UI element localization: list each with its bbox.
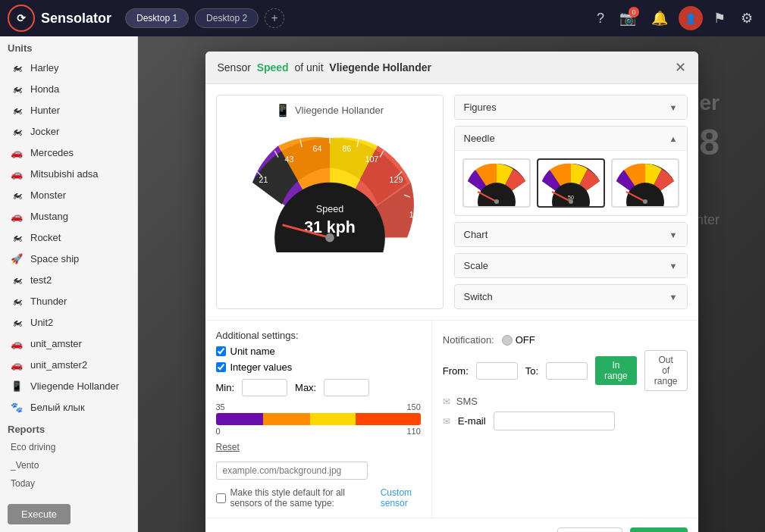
- additional-settings-section: Additional settings: Unit name Integer v…: [205, 321, 432, 518]
- sidebar-item-honda[interactable]: 🏍 Honda: [0, 78, 137, 99]
- rocket-icon: 🏍: [9, 231, 24, 243]
- modal-overlay: Sensor Speed of unit Vliegende Hollander…: [138, 36, 765, 532]
- tab-desktop1[interactable]: Desktop 1: [125, 8, 189, 28]
- jocker-icon: 🏍: [9, 125, 24, 137]
- sidebar-item-rocket[interactable]: 🏍 Rocket: [0, 227, 137, 248]
- execute-button[interactable]: Execute: [8, 504, 71, 524]
- sidebar-item-thunder[interactable]: 🏍 Thunder: [0, 290, 137, 311]
- default-style-text: Make this style default for all sensors …: [230, 487, 376, 509]
- min-input[interactable]: 0: [242, 379, 287, 396]
- integer-values-checkbox[interactable]: [216, 362, 226, 372]
- sidebar-report-vento[interactable]: _Vento: [0, 456, 137, 474]
- tab-add-button[interactable]: +: [265, 8, 284, 28]
- minmax-row: Min: 0 Max: 150: [216, 379, 421, 396]
- sidebar-item-label: Vliegende Hollander: [30, 380, 119, 392]
- sidebar-item-label: Jocker: [30, 126, 59, 137]
- svg-text:50: 50: [663, 196, 668, 200]
- from-input[interactable]: 60: [476, 362, 518, 380]
- to-input[interactable]: 150: [546, 362, 588, 380]
- sidebar-item-mercedes[interactable]: 🚗 Mercedes: [0, 142, 137, 163]
- sidebar-report-today[interactable]: Today: [0, 474, 137, 493]
- sidebar-item-vliegende[interactable]: 📱 Vliegende Hollander: [0, 375, 137, 396]
- modal-title-unit: Vliegende Hollander: [329, 61, 431, 74]
- user-avatar[interactable]: 👤: [679, 6, 703, 30]
- sidebar-item-unit-amster[interactable]: 🚗 unit_amster: [0, 333, 137, 354]
- settings-icon[interactable]: ⚙: [736, 10, 757, 27]
- background-input[interactable]: [216, 462, 368, 480]
- sidebar-item-harley[interactable]: 🏍 Harley: [0, 57, 137, 78]
- to-label: To:: [525, 365, 538, 377]
- svg-text:107: 107: [365, 155, 378, 164]
- unit2-icon: 🏍: [9, 316, 24, 328]
- email-label: E-mail: [458, 415, 486, 427]
- sidebar-item-mustang[interactable]: 🚗 Mustang: [0, 205, 137, 227]
- color-bar-labels: 0 110: [216, 427, 421, 436]
- tab-desktop2[interactable]: Desktop 2: [195, 8, 259, 28]
- switch-header[interactable]: Switch ▼: [455, 285, 687, 308]
- notification-toggle[interactable]: OFF: [502, 334, 535, 346]
- from-to-row: From: 60 To: 150 In range Out of range: [443, 350, 688, 391]
- sidebar-item-beliy[interactable]: 🐾 Белый клык: [0, 396, 137, 418]
- sidebar-item-mitsubishi[interactable]: 🚗 Mitsubishi adsa: [0, 163, 137, 184]
- sms-icon: ✉: [443, 396, 450, 407]
- monster-icon: 🏍: [9, 189, 24, 201]
- out-of-range-button[interactable]: Out of range: [644, 350, 688, 391]
- integer-values-row: Integer values: [216, 361, 421, 373]
- svg-text:0: 0: [243, 210, 247, 219]
- default-style-checkbox[interactable]: [216, 493, 226, 503]
- logo-icon: ⟳: [8, 5, 35, 32]
- needle-thumb-3[interactable]: 50: [611, 158, 679, 208]
- modal-close-button[interactable]: ✕: [675, 59, 686, 76]
- sidebar-report-eco[interactable]: Eco driving: [0, 438, 137, 456]
- needle-thumb-1[interactable]: [462, 158, 531, 208]
- sidebar-item-unit-amster2[interactable]: 🚗 unit_amster2: [0, 354, 137, 375]
- chart-label: Chart: [464, 229, 488, 240]
- cancel-button[interactable]: Cancel: [557, 527, 622, 532]
- camera-icon[interactable]: 📷 0: [615, 10, 641, 27]
- bar-label-0: 0: [216, 427, 221, 436]
- integer-values-label[interactable]: Integer values: [216, 361, 293, 373]
- help-icon[interactable]: ?: [592, 11, 609, 27]
- switch-label: Switch: [464, 291, 493, 302]
- chart-chevron-icon: ▼: [669, 230, 678, 239]
- unit-name-label[interactable]: Unit name: [216, 346, 275, 357]
- sidebar-item-hunter[interactable]: 🏍 Hunter: [0, 99, 137, 120]
- flag-icon: ⚑: [709, 10, 730, 27]
- unit-amster2-icon: 🚗: [9, 358, 24, 371]
- max-input[interactable]: 150: [324, 379, 369, 396]
- sidebar-item-spaceship[interactable]: 🚀 Space ship: [0, 248, 137, 269]
- needle-chevron-icon: ▲: [669, 134, 678, 143]
- sidebar-item-label: Mercedes: [30, 147, 74, 158]
- gauge-phone-icon: 📱: [275, 103, 290, 117]
- figures-header[interactable]: Figures ▼: [455, 95, 687, 119]
- sidebar-item-jocker[interactable]: 🏍 Jocker: [0, 120, 137, 142]
- bar-marker-35: 35: [216, 402, 225, 412]
- additional-settings-title: Additional settings:: [216, 330, 421, 341]
- needle-thumbnails: 50: [455, 150, 687, 215]
- needle-header[interactable]: Needle ▲: [455, 127, 687, 150]
- accordion-chart: Chart ▼: [454, 222, 688, 247]
- chart-header[interactable]: Chart ▼: [455, 223, 687, 246]
- in-range-button[interactable]: In range: [595, 356, 637, 385]
- unit-name-checkbox[interactable]: [216, 346, 226, 356]
- ok-button[interactable]: OK: [630, 527, 688, 532]
- scale-header[interactable]: Scale ▼: [455, 254, 687, 277]
- sidebar-item-label: Rocket: [30, 232, 61, 243]
- svg-point-31: [643, 199, 647, 204]
- notification-section: Notification: OFF From: 60 To: 150 In ra…: [432, 321, 698, 518]
- unit-amster-icon: 🚗: [9, 337, 24, 349]
- email-row: ✉ E-mail name@company.com: [443, 412, 688, 430]
- modal-title: Sensor Speed of unit Vliegende Hollander: [218, 61, 431, 74]
- mercedes-icon: 🚗: [9, 146, 24, 158]
- needle-thumb-2[interactable]: 50: [537, 158, 605, 208]
- honda-icon: 🏍: [9, 83, 24, 95]
- reset-link[interactable]: Reset: [216, 442, 240, 452]
- sidebar-item-unit2[interactable]: 🏍 Unit2: [0, 311, 137, 333]
- svg-line-1: [248, 193, 254, 197]
- email-input[interactable]: name@company.com: [494, 412, 615, 430]
- bar-marker-150: 150: [406, 402, 420, 412]
- sidebar-item-monster[interactable]: 🏍 Monster: [0, 184, 137, 205]
- bell-icon[interactable]: 🔔: [647, 10, 673, 27]
- modal-header: Sensor Speed of unit Vliegende Hollander…: [205, 52, 698, 84]
- sidebar-item-test2[interactable]: 🏍 test2: [0, 269, 137, 290]
